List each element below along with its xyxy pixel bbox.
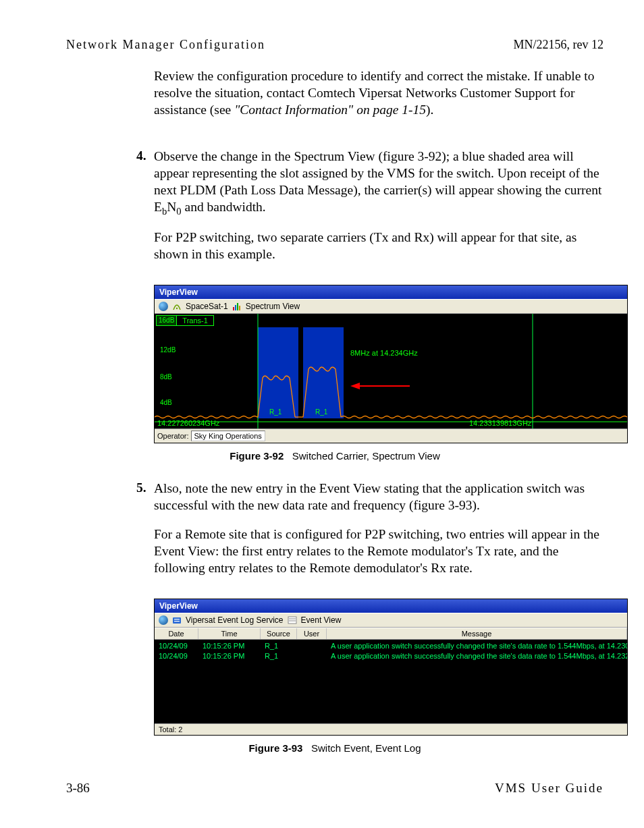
event-row[interactable]: 10/24/09 10:15:26 PM R_1 A user applicat… [155,641,627,651]
operator-label: Operator: [157,432,188,440]
window-titlebar[interactable]: ViperView [155,285,627,299]
col-source[interactable]: Source [261,628,297,639]
intro-block: Review the configuration procedure to id… [154,68,603,119]
center-freq-label: 8MHz at 14.234GHz [350,349,418,357]
gain-label: 16dB [156,315,176,326]
breadcrumb-toolbar-2: Vipersat Event Log Service Event View [155,613,627,628]
globe-icon[interactable] [159,615,168,625]
fig92-caption-num: Figure 3-92 [230,450,284,462]
transponder-tab[interactable]: 16dB Trans-1 [156,315,214,326]
intro-text-2: ). [426,103,433,117]
cell-message: A user application switch successfully c… [327,651,627,661]
freq-left-label: 14.227260234GHz [157,419,219,427]
cell-time: 10:15:26 PM [198,641,261,651]
svg-rect-13 [174,619,180,619]
page-footer: 3-86 VMS User Guide [66,781,603,796]
col-message[interactable]: Message [327,628,627,639]
event-statusbar: Total: 2 [155,723,627,735]
breadcrumb-event-view[interactable]: Event View [301,615,342,625]
transponder-name: Trans-1 [176,315,214,326]
arrow-annotation [350,381,411,391]
svg-rect-14 [174,621,180,622]
figure-3-93: ViperView Vipersat Event Log Service Eve… [154,599,628,736]
event-columns-header: Date Time Source User Message [155,628,627,640]
page-header: Network Manager Configuration MN/22156, … [66,38,603,52]
channel-label-left: R_1 [269,408,281,416]
step-5-paragraph-1: Also, note the new entry in the Event Vi… [154,480,603,514]
freq-right-label: 14.233139813GHz [469,419,531,427]
svg-rect-1 [233,307,234,310]
intro-paragraph: Review the configuration procedure to id… [154,68,603,119]
step-4: 4. Observe the change in the Spectrum Vi… [136,148,603,275]
ytick-8db: 8dB [160,373,172,381]
cell-date: 10/24/09 [155,641,198,651]
step4-t3: and bandwidth. [182,200,266,214]
step-5: 5. Also, note the new entry in the Event… [136,480,603,589]
svg-rect-3 [237,303,238,310]
col-time[interactable]: Time [198,628,261,639]
step-4-paragraph-2: For P2P switching, two separate carriers… [154,229,603,263]
footer-doc-title: VMS User Guide [495,781,603,796]
spectrum-canvas[interactable]: 16dB Trans-1 12dB 8dB 4dB R_1 R_1 8MHz a… [155,314,627,429]
breadcrumb-toolbar: SpaceSat-1 Spectrum View [155,299,627,314]
fig93-caption-num: Figure 3-93 [248,742,302,754]
page-number: 3-86 [66,781,90,796]
cell-source: R_1 [261,641,297,651]
svg-rect-12 [173,617,181,624]
svg-rect-2 [235,305,236,310]
figure-3-92: ViperView SpaceSat-1 Spectrum View [154,285,628,443]
intro-link[interactable]: "Contact Information" on page 1-15 [234,103,426,117]
operator-statusbar: Operator: Sky King Operations [155,429,627,443]
ytick-12db: 12dB [160,346,176,354]
step-4-paragraph-1: Observe the change in the Spectrum View … [154,148,603,217]
spectrum-icon[interactable] [232,302,242,311]
svg-rect-4 [239,306,240,310]
event-row[interactable]: 10/24/09 10:15:26 PM R_1 A user applicat… [155,651,627,661]
event-list[interactable]: 10/24/09 10:15:26 PM R_1 A user applicat… [155,640,627,723]
list-icon[interactable] [288,615,297,625]
fig92-caption-text: Switched Carrier, Spectrum View [292,450,440,462]
channel-label-right: R_1 [315,408,327,416]
spectrum-svg [155,314,627,429]
cell-time: 10:15:26 PM [198,651,261,661]
window-titlebar-2[interactable]: ViperView [155,599,627,613]
fig93-caption-text: Switch Event, Event Log [311,742,421,754]
svg-point-0 [176,308,178,309]
cell-source: R_1 [261,651,297,661]
svg-marker-11 [350,383,360,389]
svg-rect-15 [288,617,296,624]
col-user[interactable]: User [297,628,327,639]
step-4-number: 4. [136,148,154,275]
step4-t2: N [167,200,176,214]
breadcrumb-spacesat[interactable]: SpaceSat-1 [186,302,228,311]
col-date[interactable]: Date [155,628,198,639]
operator-value: Sky King Operations [191,431,265,441]
breadcrumb-spectrum-view[interactable]: Spectrum View [246,302,300,311]
step4-sub-0: 0 [176,206,181,217]
step-5-paragraph-2: For a Remote site that is configured for… [154,526,603,577]
log-service-icon[interactable] [172,615,182,625]
svg-rect-6 [303,327,344,418]
globe-icon[interactable] [159,302,168,311]
header-section-title: Network Manager Configuration [66,38,265,52]
figure-3-92-caption: Figure 3-92 Switched Carrier, Spectrum V… [66,450,603,462]
svg-rect-5 [258,327,298,418]
cell-user [297,651,327,661]
breadcrumb-log-service[interactable]: Vipersat Event Log Service [186,615,284,625]
figure-3-93-caption: Figure 3-93 Switch Event, Event Log [66,742,603,754]
cell-message: A user application switch successfully c… [327,641,627,651]
ytick-4db: 4dB [160,399,172,406]
cell-user [297,641,327,651]
step-5-number: 5. [136,480,154,589]
cell-date: 10/24/09 [155,651,198,661]
satellite-icon[interactable] [172,302,182,311]
header-doc-id: MN/22156, rev 12 [514,38,604,52]
